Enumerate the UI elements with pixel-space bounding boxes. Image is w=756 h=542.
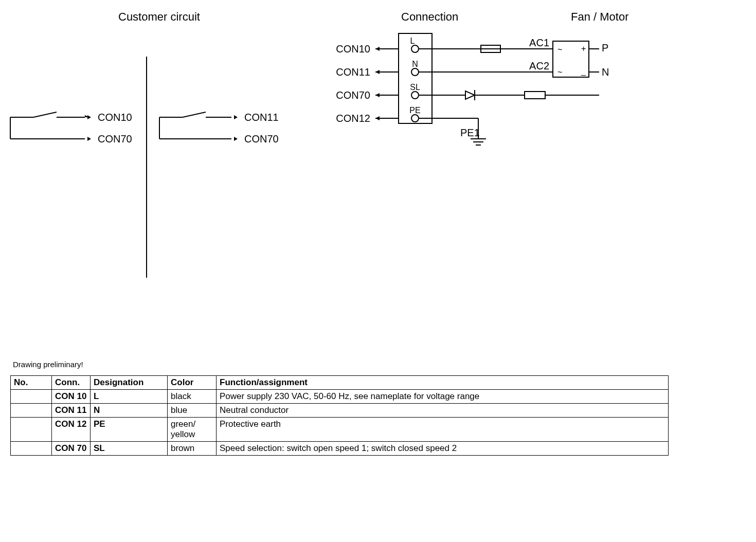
con70-label: CON70 — [336, 89, 370, 101]
p-label: P — [602, 42, 608, 53]
customer-right-top-label: CON11 — [244, 112, 279, 123]
preliminary-note: Drawing preliminary! — [13, 360, 83, 369]
connection-table: No. Conn. Designation Color Function/ass… — [10, 375, 669, 456]
table-row: CON 70 SL brown Speed selection: switch … — [11, 442, 669, 456]
con11-label: CON11 — [336, 66, 370, 78]
th-desig: Designation — [91, 376, 168, 390]
svg-marker-27 — [465, 91, 475, 99]
n-label: N — [602, 66, 609, 78]
svg-point-12 — [411, 45, 419, 52]
svg-point-13 — [411, 68, 419, 76]
th-color: Color — [168, 376, 217, 390]
customer-left-top-label: CON10 — [98, 112, 132, 123]
svg-line-9 — [183, 112, 206, 117]
resistor-icon — [525, 92, 545, 99]
th-no: No. — [11, 376, 52, 390]
table-row: CON 11 N blue Neutral conductor — [11, 404, 669, 418]
svg-point-15 — [411, 115, 419, 122]
connection-label: Connection — [401, 10, 458, 24]
terminal-l: L — [410, 37, 415, 45]
th-func: Function/assignment — [217, 376, 669, 390]
plus: + — [581, 44, 586, 53]
svg-point-14 — [411, 92, 419, 99]
pe1-label: PE1 — [460, 127, 480, 138]
ground-icon — [471, 139, 486, 145]
customer-circuit-label: Customer circuit — [118, 10, 200, 24]
th-conn: Conn. — [52, 376, 91, 390]
customer-left-switch: CON10 CON70 — [10, 112, 132, 144]
tilde2: ~ — [557, 68, 562, 77]
customer-right-bottom-label: CON70 — [244, 133, 279, 144]
wiring-diagram: CON10 CON70 CON11 CON70 L — [0, 31, 756, 288]
customer-left-bottom-label: CON70 — [98, 133, 132, 144]
minus: _ — [581, 67, 586, 76]
svg-line-3 — [33, 112, 57, 117]
connection-block: L N SL PE CON10 CON11 CON70 CON12 — [336, 33, 609, 145]
customer-right-switch: CON11 CON70 — [159, 112, 279, 144]
tilde1: ~ — [557, 45, 562, 54]
con10-label: CON10 — [336, 43, 370, 55]
diode-icon — [465, 90, 475, 100]
terminal-sl: SL — [410, 83, 420, 92]
terminal-n: N — [412, 60, 418, 68]
ac1-label: AC1 — [529, 37, 549, 48]
table-row: CON 12 PE green/ yellow Protective earth — [11, 418, 669, 442]
terminal-pe: PE — [409, 106, 420, 115]
fan-motor-label: Fan / Motor — [571, 10, 628, 24]
table-row: CON 10 L black Power supply 230 VAC, 50-… — [11, 390, 669, 404]
ac2-label: AC2 — [529, 60, 549, 71]
con12-label: CON12 — [336, 113, 370, 124]
